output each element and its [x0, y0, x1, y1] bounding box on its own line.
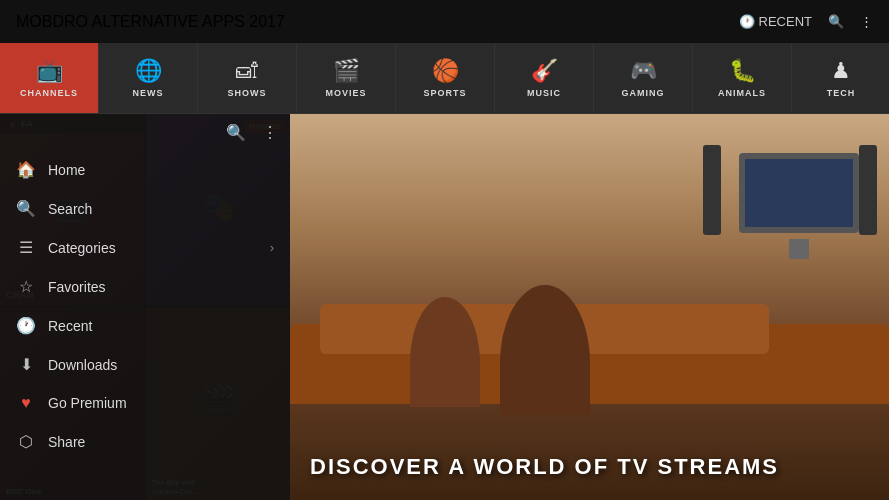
- menu-icon-home: 🏠: [16, 160, 36, 179]
- menu-label-search: Search: [48, 201, 92, 217]
- menu-list: 🏠 Home 🔍 Search ☰ Categories › ☆ Favorit…: [0, 150, 290, 461]
- category-item-shows[interactable]: 🛋 SHOWS: [198, 43, 297, 113]
- category-icon-music: 🎸: [531, 58, 558, 84]
- category-item-channels[interactable]: 📺 CHANNELS: [0, 43, 99, 113]
- menu-label-downloads: Downloads: [48, 357, 117, 373]
- menu-item-recent[interactable]: 🕐 Recent: [0, 306, 290, 345]
- recent-button[interactable]: 🕐 RECENT: [739, 14, 812, 29]
- clock-icon: 🕐: [739, 14, 755, 29]
- category-item-sports[interactable]: 🏀 SPORTS: [396, 43, 495, 113]
- search-icon: 🔍: [828, 14, 844, 29]
- menu-item-home[interactable]: 🏠 Home: [0, 150, 290, 189]
- category-label-music: MUSIC: [527, 88, 561, 98]
- sidebar-search-button[interactable]: 🔍: [226, 123, 246, 142]
- tv-screen: [739, 153, 859, 233]
- sidebar-header: 🔍 ⋮: [0, 114, 290, 150]
- category-label-movies: MOVIES: [325, 88, 366, 98]
- category-label-animals: ANIMALS: [718, 88, 766, 98]
- category-icon-gaming: 🎮: [630, 58, 657, 84]
- category-label-news: NEWS: [133, 88, 164, 98]
- category-item-news[interactable]: 🌐 NEWS: [99, 43, 198, 113]
- more-button[interactable]: ⋮: [860, 14, 873, 29]
- category-nav: 📺 CHANNELS 🌐 NEWS 🛋 SHOWS 🎬 MOVIES 🏀 SPO…: [0, 44, 889, 114]
- tv-stand: [789, 239, 809, 259]
- menu-item-favorites[interactable]: ☆ Favorites: [0, 267, 290, 306]
- main-content: 📺 ★ FA CHAN 🎭 MOVIES BBC One 🎬 The Boy w…: [0, 114, 889, 500]
- category-icon-shows: 🛋: [236, 58, 258, 84]
- menu-item-premium[interactable]: ♥ Go Premium: [0, 384, 290, 422]
- category-icon-channels: 📺: [36, 58, 63, 84]
- hero-background: [290, 114, 889, 500]
- menu-label-recent: Recent: [48, 318, 92, 334]
- search-button[interactable]: 🔍: [828, 14, 844, 29]
- category-item-gaming[interactable]: 🎮 GAMING: [594, 43, 693, 113]
- category-label-shows: SHOWS: [227, 88, 266, 98]
- category-icon-sports: 🏀: [432, 58, 459, 84]
- menu-item-categories[interactable]: ☰ Categories ›: [0, 228, 290, 267]
- category-label-sports: SPORTS: [423, 88, 466, 98]
- category-item-music[interactable]: 🎸 MUSIC: [495, 43, 594, 113]
- menu-item-search[interactable]: 🔍 Search: [0, 189, 290, 228]
- menu-label-favorites: Favorites: [48, 279, 106, 295]
- content-area: DISCOVER A WORLD OF TV STREAMS: [290, 114, 889, 500]
- speaker-left: [703, 145, 721, 235]
- top-bar: MOBDRO ALTERNATIVE APPS 2017 🕐 RECENT 🔍 …: [0, 0, 889, 44]
- menu-item-share[interactable]: ⬡ Share: [0, 422, 290, 461]
- menu-item-downloads[interactable]: ⬇ Downloads: [0, 345, 290, 384]
- menu-icon-categories: ☰: [16, 238, 36, 257]
- category-icon-movies: 🎬: [333, 58, 360, 84]
- menu-icon-favorites: ☆: [16, 277, 36, 296]
- category-label-gaming: GAMING: [622, 88, 665, 98]
- category-item-tech[interactable]: ♟ TECH: [792, 43, 889, 113]
- hero-text: DISCOVER A WORLD OF TV STREAMS: [310, 454, 889, 480]
- category-icon-tech: ♟: [831, 58, 851, 84]
- category-icon-news: 🌐: [135, 58, 162, 84]
- menu-icon-share: ⬡: [16, 432, 36, 451]
- menu-icon-premium: ♥: [16, 394, 36, 412]
- menu-label-share: Share: [48, 434, 85, 450]
- top-bar-actions: 🕐 RECENT 🔍 ⋮: [739, 14, 873, 29]
- menu-label-categories: Categories: [48, 240, 116, 256]
- sidebar-more-button[interactable]: ⋮: [262, 123, 278, 142]
- category-item-animals[interactable]: 🐛 ANIMALS: [693, 43, 792, 113]
- category-label-channels: CHANNELS: [20, 88, 78, 98]
- speaker-right: [859, 145, 877, 235]
- menu-icon-downloads: ⬇: [16, 355, 36, 374]
- menu-arrow-categories: ›: [270, 241, 274, 255]
- category-icon-animals: 🐛: [729, 58, 756, 84]
- menu-icon-recent: 🕐: [16, 316, 36, 335]
- menu-icon-search: 🔍: [16, 199, 36, 218]
- hero-tagline: DISCOVER A WORLD OF TV STREAMS: [310, 454, 889, 480]
- category-label-tech: TECH: [827, 88, 856, 98]
- menu-label-premium: Go Premium: [48, 395, 127, 411]
- hero: DISCOVER A WORLD OF TV STREAMS: [290, 114, 889, 500]
- app-title: MOBDRO ALTERNATIVE APPS 2017: [16, 13, 285, 31]
- more-icon: ⋮: [860, 14, 873, 29]
- menu-label-home: Home: [48, 162, 85, 178]
- category-item-movies[interactable]: 🎬 MOVIES: [297, 43, 396, 113]
- sidebar: 🔍 ⋮ 🏠 Home 🔍 Search ☰ Categories › ☆ Fav…: [0, 114, 290, 500]
